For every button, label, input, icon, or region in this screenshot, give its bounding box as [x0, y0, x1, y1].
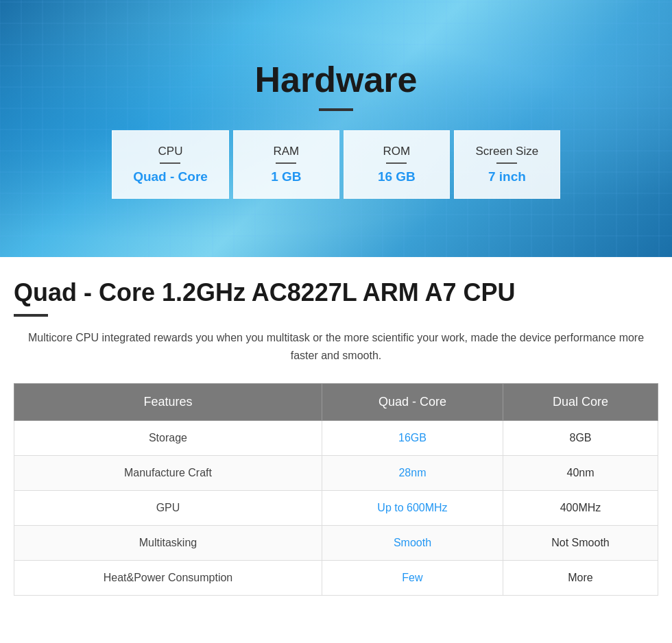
- cpu-title: Quad - Core 1.2GHz AC8227L ARM A7 CPU: [14, 278, 658, 307]
- table-header-row: Features Quad - Core Dual Core: [14, 384, 658, 421]
- feature-cell: GPU: [14, 491, 322, 526]
- feature-cell: Storage: [14, 421, 322, 456]
- quad-cell: 16GB: [322, 421, 503, 456]
- dual-cell: 40nm: [503, 456, 658, 491]
- spec-card: CPU Quad - Core: [112, 130, 229, 199]
- spec-label: CPU: [133, 145, 208, 158]
- spec-separator: [496, 162, 517, 164]
- spec-value: Quad - Core: [133, 169, 208, 184]
- col-features: Features: [14, 384, 322, 421]
- col-dual-core: Dual Core: [503, 384, 658, 421]
- comparison-table: Features Quad - Core Dual Core Storage 1…: [14, 383, 658, 596]
- table-row: Heat&Power Consumption Few More: [14, 561, 658, 596]
- table-body: Storage 16GB 8GB Manufacture Craft 28nm …: [14, 421, 658, 596]
- spec-value: 7 inch: [475, 169, 539, 184]
- main-content: Quad - Core 1.2GHz AC8227L ARM A7 CPU Mu…: [0, 257, 672, 623]
- spec-card: Screen Size 7 inch: [454, 130, 560, 199]
- spec-label: ROM: [365, 145, 429, 158]
- spec-separator: [276, 162, 296, 164]
- specs-row: CPU Quad - Core RAM 1 GB ROM 16 GB Scree…: [110, 130, 562, 199]
- quad-cell: Smooth: [322, 526, 503, 561]
- spec-value: 1 GB: [254, 169, 318, 184]
- cpu-description: Multicore CPU integrated rewards you whe…: [17, 329, 655, 364]
- spec-card: ROM 16 GB: [344, 130, 450, 199]
- col-quad-core: Quad - Core: [322, 384, 503, 421]
- feature-cell: Heat&Power Consumption: [14, 561, 322, 596]
- hero-background: [0, 0, 672, 257]
- hero-title: Hardware: [255, 59, 418, 100]
- feature-cell: Manufacture Craft: [14, 456, 322, 491]
- hero-section: Hardware CPU Quad - Core RAM 1 GB ROM 16…: [0, 0, 672, 257]
- feature-cell: Multitasking: [14, 526, 322, 561]
- spec-value: 16 GB: [365, 169, 429, 184]
- dual-cell: Not Smooth: [503, 526, 658, 561]
- quad-cell: 28nm: [322, 456, 503, 491]
- table-row: GPU Up to 600MHz 400MHz: [14, 491, 658, 526]
- spec-card: RAM 1 GB: [233, 130, 339, 199]
- quad-cell: Up to 600MHz: [322, 491, 503, 526]
- table-row: Multitasking Smooth Not Smooth: [14, 526, 658, 561]
- spec-label: RAM: [254, 145, 318, 158]
- hero-title-divider: [319, 108, 353, 111]
- table-row: Storage 16GB 8GB: [14, 421, 658, 456]
- dual-cell: More: [503, 561, 658, 596]
- spec-label: Screen Size: [475, 145, 539, 158]
- quad-cell: Few: [322, 561, 503, 596]
- content-divider: [14, 314, 48, 317]
- dual-cell: 8GB: [503, 421, 658, 456]
- dual-cell: 400MHz: [503, 491, 658, 526]
- spec-separator: [160, 162, 180, 164]
- spec-separator: [386, 162, 407, 164]
- table-row: Manufacture Craft 28nm 40nm: [14, 456, 658, 491]
